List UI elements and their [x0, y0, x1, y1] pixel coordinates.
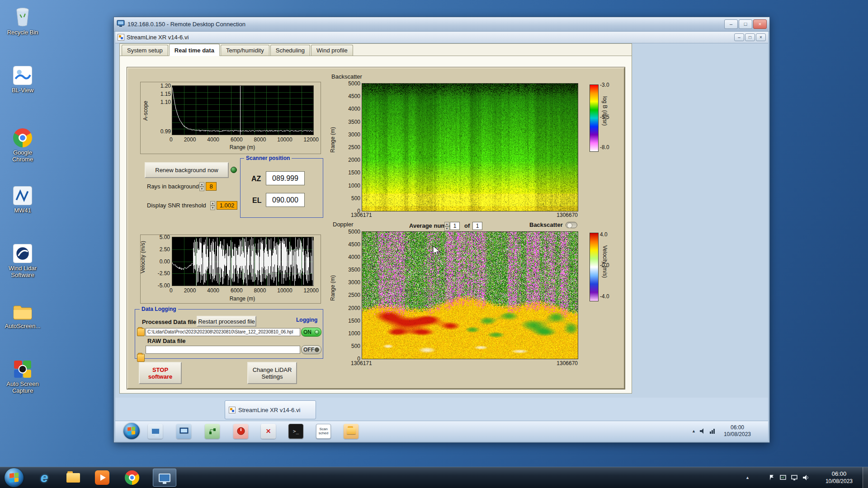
show-desktop-button[interactable]	[863, 467, 868, 488]
taskmgr-icon[interactable]	[779, 474, 787, 481]
start-button[interactable]	[5, 468, 24, 487]
chrome-taskbar-icon[interactable]	[123, 469, 141, 487]
remote-volume-icon[interactable]	[699, 428, 706, 434]
desktop-icon-autoscreen[interactable]: AutoScreen...	[4, 298, 42, 329]
desktop-icon-mw41[interactable]: MW41	[4, 183, 42, 214]
taskbar-button-label: StreamLine XR v14-6.vi	[238, 407, 300, 413]
tick-label: -5.00	[158, 282, 170, 289]
ascope-ylabel: A-scope	[142, 101, 149, 121]
colorbar-tick: -3.0	[600, 82, 609, 88]
desktop-icon-recycle-bin[interactable]: Recycle Bin	[4, 5, 42, 36]
average-of-field[interactable]: 1	[472, 222, 482, 230]
rdp-maximize-button[interactable]: □	[739, 19, 752, 29]
raw-logging-toggle[interactable]: OFF	[301, 345, 321, 354]
off-led-icon	[315, 347, 319, 352]
renew-background-button[interactable]: Renew background now	[145, 162, 229, 178]
app-titlebar: StreamLine XR v14-6.vi – □ ×	[115, 32, 768, 43]
vi-file-icon	[118, 34, 124, 41]
tick-label: 4500	[348, 241, 360, 248]
desktop-icon-label: Wind Lidar Software	[4, 265, 42, 278]
tab-system-setup[interactable]: System setup	[122, 45, 168, 56]
tray-expand-icon[interactable]: ▲	[745, 475, 750, 480]
stop-software-button[interactable]: STOP software	[139, 362, 182, 384]
desktop-icon-bl-view[interactable]: BL-View	[4, 62, 42, 94]
backscatter-doppler-toggle[interactable]	[566, 222, 577, 228]
front-panel: 1.20 1.15 1.10 0.99 A-scope 020004000600…	[127, 67, 625, 389]
app-minimize-button[interactable]: –	[734, 33, 744, 41]
backscatter-ylabel: Range (m)	[330, 127, 336, 153]
tick-label: 2000	[184, 287, 196, 294]
tick-label: 4000	[207, 287, 219, 294]
rdp-window: 192.168.0.150 - Remote Desktop Connectio…	[113, 17, 770, 443]
host-tray: ▲	[745, 475, 750, 480]
el-value-field[interactable]: 090.000	[266, 193, 305, 207]
average-number-field[interactable]: 1	[450, 222, 460, 230]
az-value-field[interactable]: 089.999	[266, 171, 305, 185]
tab-temp-humidity[interactable]: Temp/humidity	[221, 45, 269, 56]
rays-in-background-label: Rays in background	[147, 183, 199, 190]
tick-label: 1500	[348, 318, 360, 324]
network-tray-icon[interactable]	[791, 474, 798, 481]
remote-desktop-taskbar-icon[interactable]	[153, 469, 176, 487]
path-browse-icon[interactable]	[137, 354, 145, 362]
scanner-position-group: Scanner position AZ 089.999 EL 090.000	[240, 158, 323, 218]
host-taskbar: e ▲ 06:00 10/08/2023	[0, 467, 868, 488]
rdp-minimize-button[interactable]: –	[724, 19, 738, 29]
rays-stepper[interactable]: ▲▼	[199, 182, 204, 191]
on-label: ON	[303, 329, 311, 335]
app-maximize-button[interactable]: □	[745, 33, 755, 41]
remote-terminal-icon[interactable]: >_	[288, 424, 303, 439]
host-clock[interactable]: 06:00 10/08/2023	[826, 470, 853, 485]
remote-files-icon[interactable]	[344, 424, 359, 439]
host-tray-icons	[768, 474, 809, 481]
stop-line2: software	[148, 373, 172, 380]
app-close-button[interactable]: ×	[756, 33, 766, 41]
remote-scan-sched-icon[interactable]: Scan sched	[316, 424, 331, 439]
snr-stepper[interactable]: ▲▼	[210, 201, 215, 210]
remote-network-tray-icon[interactable]	[709, 428, 716, 434]
desktop-icon-wind-lidar[interactable]: Wind Lidar Software	[4, 240, 42, 278]
rays-value-field[interactable]: 8	[206, 182, 217, 191]
remote-start-button[interactable]	[123, 423, 140, 439]
logging-label: Logging	[294, 317, 319, 324]
tab-wind-profile[interactable]: Wind profile	[311, 45, 353, 56]
desktop-icon-auto-screen-capture[interactable]: Auto Screen Capture	[4, 356, 42, 394]
scan-label-1: Scan	[319, 427, 327, 431]
tab-real-time-data[interactable]: Real time data	[169, 44, 220, 56]
desktop-icon-google-chrome[interactable]: Google Chrome	[4, 125, 42, 163]
tab-scheduling[interactable]: Scheduling	[270, 45, 310, 56]
file-explorer-icon[interactable]	[64, 469, 82, 487]
ascope-ytick: 1.15	[153, 91, 171, 97]
processed-logging-toggle[interactable]: ON	[301, 328, 321, 337]
snr-threshold-label: Display SNR threshold	[147, 202, 206, 209]
remote-display-icon[interactable]	[176, 424, 191, 439]
host-clock-date: 10/08/2023	[826, 478, 853, 485]
tab-strip: System setup Real time data Temp/humidit…	[120, 44, 632, 56]
remote-power-icon[interactable]	[233, 424, 248, 439]
remote-computer-icon[interactable]	[148, 424, 163, 439]
processed-path-field[interactable]: C:\Lidar\Data\Proc\2023\202308\20230810\…	[146, 328, 300, 336]
snr-value-field[interactable]: 1.002	[217, 201, 237, 210]
remote-tray-expand-icon[interactable]: ▲	[692, 429, 696, 433]
tick-label: 6000	[231, 287, 243, 294]
remote-close-app-icon[interactable]: ✕	[261, 424, 276, 439]
average-number-stepper[interactable]: ▲▼	[444, 222, 449, 230]
chrome-icon	[4, 125, 42, 147]
path-browse-icon[interactable]	[137, 328, 145, 336]
remote-clock[interactable]: 06:00 10/08/2023	[724, 424, 751, 438]
remote-network-icon[interactable]	[205, 424, 220, 439]
restart-processed-file-button[interactable]: Restart processed file	[197, 316, 256, 327]
doppler-yticks: 5000450040003500300025002000150010005000	[337, 229, 360, 362]
internet-explorer-icon[interactable]: e	[35, 469, 53, 487]
change-lidar-settings-button[interactable]: Change LiDAR Settings	[247, 362, 297, 384]
host-clock-time: 06:00	[826, 470, 853, 478]
doppler-colorbar-label: Velocity (m/s)	[602, 245, 608, 278]
volume-tray-icon[interactable]	[802, 474, 809, 481]
action-center-flag-icon[interactable]	[768, 474, 775, 481]
az-label: AZ	[251, 175, 261, 183]
colorbar-tick: 4.0	[600, 231, 608, 238]
remote-taskbar-window-button[interactable]: StreamLine XR v14-6.vi	[225, 400, 316, 419]
media-player-icon[interactable]	[93, 469, 111, 487]
rdp-close-button[interactable]: ×	[753, 19, 767, 29]
raw-path-field[interactable]	[146, 346, 300, 354]
